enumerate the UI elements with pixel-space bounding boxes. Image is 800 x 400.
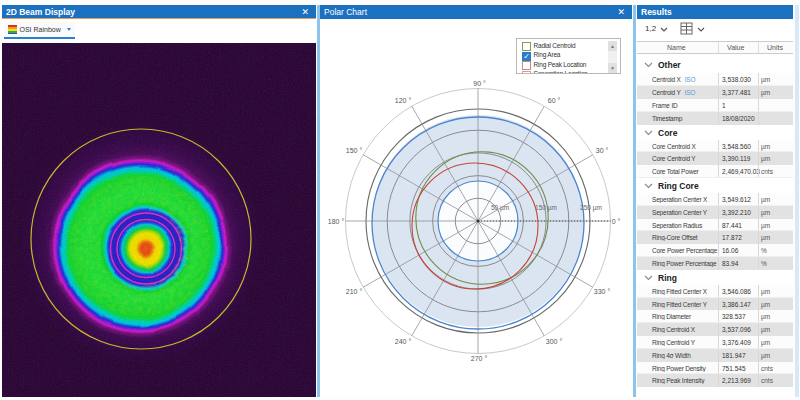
svg-text:250 µm: 250 µm (580, 204, 602, 212)
svg-text:150 °: 150 ° (346, 147, 363, 154)
svg-text:270 °: 270 ° (471, 355, 488, 362)
svg-text:180 °: 180 ° (328, 218, 345, 225)
svg-text:240 °: 240 ° (395, 338, 412, 345)
svg-text:30 °: 30 ° (596, 147, 609, 154)
svg-text:150 µm: 150 µm (535, 204, 557, 212)
svg-text:300 °: 300 ° (546, 338, 563, 345)
svg-text:330 °: 330 ° (594, 288, 611, 295)
svg-text:60 °: 60 ° (548, 97, 561, 104)
svg-text:210 °: 210 ° (346, 288, 363, 295)
svg-text:120 °: 120 ° (395, 97, 412, 104)
svg-text:50 µm: 50 µm (491, 204, 509, 212)
svg-text:0 °: 0 ° (612, 218, 621, 225)
svg-text:90 °: 90 ° (473, 80, 486, 87)
